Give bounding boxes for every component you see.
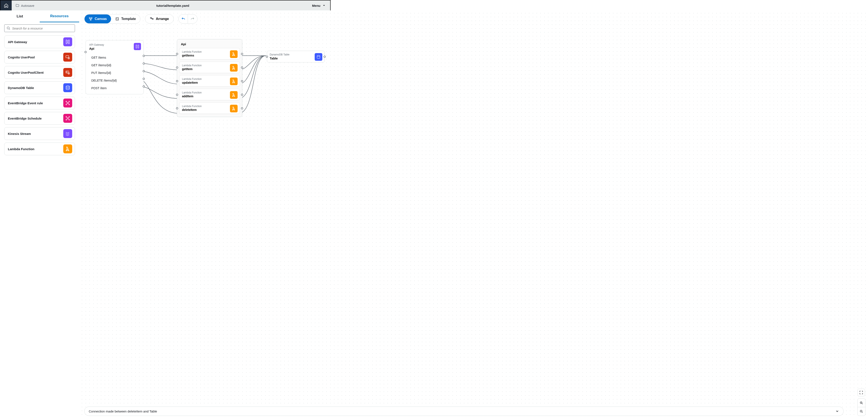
resource-cognito-userpool[interactable]: Cognito UserPool <box>4 51 75 63</box>
node-title: Api <box>89 47 140 50</box>
resource-lambda-function[interactable]: Lambda Function <box>4 143 75 155</box>
lambda-additem[interactable]: Lambda Function addItem <box>179 89 240 100</box>
cognito-userpool-icon <box>63 53 72 62</box>
svg-point-6 <box>66 71 67 72</box>
redo-button[interactable] <box>188 14 197 23</box>
view-toggle: Canvas Template <box>84 14 141 24</box>
kinesis-stream-icon <box>63 129 72 138</box>
tab-resources[interactable]: Resources <box>40 10 80 22</box>
port[interactable] <box>266 56 268 58</box>
port[interactable] <box>241 66 243 69</box>
port[interactable] <box>143 85 145 88</box>
port[interactable] <box>323 56 326 58</box>
svg-point-0 <box>7 27 9 29</box>
redo-icon <box>191 17 194 21</box>
lambda-icon <box>230 91 238 99</box>
route-delete-item[interactable]: DELETE /items/{id} <box>89 77 140 84</box>
route-post-item[interactable]: POST /item <box>89 84 140 92</box>
resource-kinesis-stream[interactable]: Kinesis Stream <box>4 127 75 140</box>
port[interactable] <box>241 53 243 55</box>
svg-rect-26 <box>138 45 139 48</box>
canvas-toolbar: Canvas Template Arrange <box>84 14 197 24</box>
undo-button[interactable] <box>179 14 188 23</box>
arrange-icon <box>150 17 154 21</box>
svg-point-11 <box>69 101 70 102</box>
svg-point-10 <box>66 101 67 102</box>
search-input[interactable] <box>12 27 73 30</box>
eventbridge-rule-icon <box>63 98 72 108</box>
api-group[interactable]: Api Lambda Function getItems Lambda Func… <box>177 39 242 117</box>
search-box[interactable] <box>4 24 75 32</box>
port[interactable] <box>143 70 145 72</box>
sidebar: List Resources API Gateway Cognito UserP… <box>0 10 79 159</box>
lambda-icon <box>230 64 238 71</box>
resource-cognito-userpool-client[interactable]: Cognito UserPoolClient <box>4 66 75 79</box>
svg-rect-2 <box>68 40 69 44</box>
route-get-items[interactable]: GET /items <box>89 54 140 61</box>
svg-rect-23 <box>150 18 151 19</box>
home-icon <box>4 3 8 8</box>
chevron-down-icon <box>322 4 326 7</box>
autosave-label: Autosave <box>21 4 34 7</box>
resource-api-gateway[interactable]: API Gateway <box>4 35 75 48</box>
lambda-getitems[interactable]: Lambda Function getItems <box>179 48 240 59</box>
svg-rect-1 <box>66 40 67 44</box>
undo-icon <box>181 17 185 21</box>
svg-rect-19 <box>89 18 90 19</box>
port[interactable] <box>241 94 243 96</box>
route-get-item[interactable]: GET /items/{id} <box>89 61 140 69</box>
port[interactable] <box>176 66 178 69</box>
port-in[interactable] <box>85 51 87 53</box>
api-gateway-icon <box>63 37 72 46</box>
eventbridge-schedule-icon <box>63 114 72 123</box>
arrange-button[interactable]: Arrange <box>145 14 174 24</box>
svg-point-18 <box>69 119 70 120</box>
canvas-icon <box>89 17 93 21</box>
svg-point-27 <box>317 55 320 57</box>
api-gateway-node[interactable]: API Gateway Api GET /items GET /items/{i… <box>86 40 144 94</box>
svg-rect-25 <box>136 45 137 48</box>
folder-icon <box>16 4 19 7</box>
lambda-getitem[interactable]: Lambda Function getItem <box>179 62 240 73</box>
port[interactable] <box>176 53 178 55</box>
svg-point-8 <box>66 86 69 87</box>
file-title: tutorial/template.yaml <box>38 4 307 7</box>
undo-redo-group <box>178 14 197 24</box>
lambda-deleteitem[interactable]: Lambda Function deleteItem <box>179 102 240 114</box>
dynamodb-node[interactable]: DynamoDB Table Table <box>267 51 324 62</box>
port[interactable] <box>143 55 145 57</box>
node-title: Table <box>270 57 322 60</box>
resource-eventbridge-schedule[interactable]: EventBridge Schedule <box>4 112 75 125</box>
dynamodb-icon <box>63 83 72 92</box>
port[interactable] <box>241 107 243 109</box>
port[interactable] <box>176 80 178 82</box>
home-button[interactable] <box>0 0 12 11</box>
cognito-userpool-client-icon <box>63 68 72 77</box>
svg-rect-20 <box>91 18 92 19</box>
group-title: Api <box>179 41 240 48</box>
template-view-button[interactable]: Template <box>111 14 140 23</box>
port[interactable] <box>143 78 145 80</box>
resource-dynamodb-table[interactable]: DynamoDB Table <box>4 81 75 94</box>
app-header: Autosave tutorial/template.yaml Menu <box>0 0 330 11</box>
canvas-area[interactable]: Canvas Template Arrange <box>79 10 331 159</box>
svg-point-17 <box>66 119 67 120</box>
svg-point-12 <box>66 104 67 105</box>
canvas-view-button[interactable]: Canvas <box>85 14 111 23</box>
menu-button[interactable]: Menu <box>307 4 330 7</box>
svg-rect-24 <box>152 19 153 20</box>
menu-label: Menu <box>312 4 320 7</box>
route-put-item[interactable]: PUT /items/{id} <box>89 69 140 77</box>
port[interactable] <box>176 94 178 96</box>
resource-list: API Gateway Cognito UserPool Cognito Use… <box>0 34 79 157</box>
port[interactable] <box>143 62 145 65</box>
svg-rect-21 <box>90 19 91 20</box>
api-gateway-icon <box>134 43 141 50</box>
node-type: DynamoDB Table <box>270 53 322 56</box>
resource-eventbridge-rule[interactable]: EventBridge Event rule <box>4 97 75 109</box>
port[interactable] <box>241 80 243 82</box>
lambda-updateitem[interactable]: Lambda Function updateItem <box>179 75 240 87</box>
template-icon <box>115 17 119 21</box>
tab-list[interactable]: List <box>0 10 40 22</box>
port[interactable] <box>176 107 178 109</box>
